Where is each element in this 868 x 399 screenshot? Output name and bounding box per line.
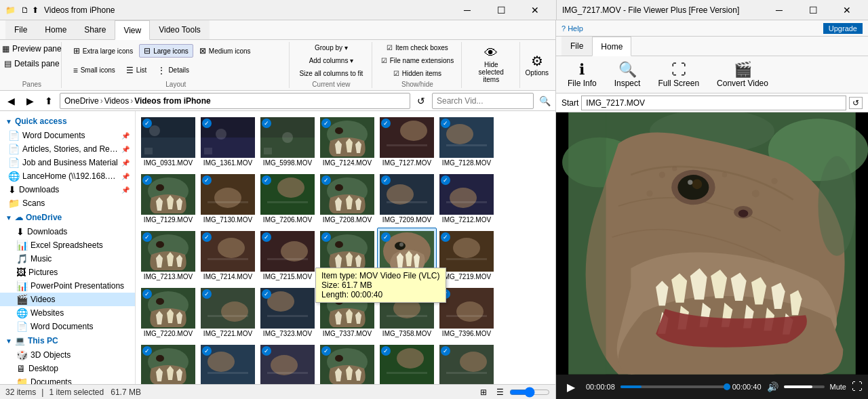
file-item[interactable]: ✓ IMG_7127.MOV <box>377 114 437 171</box>
tab-video-tools[interactable]: Video Tools <box>150 20 210 39</box>
refresh-button[interactable]: ↺ <box>413 93 429 109</box>
size-all-btn[interactable]: Size all columns to fit <box>294 68 368 79</box>
fullscreen-button[interactable]: ⛶ <box>852 381 863 393</box>
file-item[interactable]: ✓ IMG_7128.MOV <box>437 114 496 171</box>
tb-new-folder[interactable]: 🗋 <box>21 5 29 15</box>
file-item[interactable]: ✓ IMG_1361.MOV <box>198 114 258 171</box>
add-columns-btn[interactable]: Add columns ▾ <box>304 55 359 66</box>
file-item[interactable]: ✓ IMG_7212.MOV <box>437 171 496 228</box>
viewer-tab-file[interactable]: File <box>561 37 592 56</box>
volume-icon[interactable]: 🔊 <box>767 381 778 392</box>
file-item[interactable]: ✓ IMG_7444.MOV <box>437 341 496 384</box>
file-item[interactable]: ✓ IMG_7439.MOV <box>198 341 258 384</box>
hide-selected-btn[interactable]: 👁 Hide selected items <box>469 43 514 85</box>
address-path[interactable]: OneDrive › Videos › Videos from iPhone <box>60 93 410 109</box>
search-button[interactable]: 🔍 <box>536 93 553 109</box>
mute-button[interactable]: Mute <box>830 383 846 391</box>
sidebar-item-od-downloads[interactable]: ⬇ Downloads <box>0 225 135 238</box>
forward-button[interactable]: ▶ <box>22 93 38 109</box>
tab-view[interactable]: View <box>115 20 150 40</box>
path-folder[interactable]: Videos from iPhone <box>134 96 210 106</box>
options-btn[interactable]: ⚙ Options <box>522 51 552 79</box>
onedrive-section[interactable]: ▼ ☁ OneDrive <box>0 210 135 225</box>
viewer-close-button[interactable]: ✕ <box>831 0 863 20</box>
quick-access-section[interactable]: ▼ Quick access <box>0 114 135 129</box>
tab-file[interactable]: File <box>5 20 36 39</box>
file-item[interactable]: ✓ IMG_7130.MOV <box>198 171 258 228</box>
file-item[interactable]: ✓ IMG_7209.MOV <box>377 171 437 228</box>
this-pc-section[interactable]: ▼ 💻 This PC <box>0 333 135 348</box>
file-item[interactable]: ✓ IMG_7397.MOV <box>138 341 198 384</box>
file-ext-btn[interactable]: ☑ File name extensions <box>376 55 459 66</box>
file-item[interactable]: ✓ IMG_7124.MOV <box>317 114 377 171</box>
file-item[interactable]: ✓ IMG_7323.MOV <box>258 285 317 341</box>
item-check-btn[interactable]: ☑ Item check boxes <box>382 42 453 54</box>
group-by-btn[interactable]: Group by ▾ <box>310 42 353 54</box>
minimize-button[interactable]: ─ <box>452 0 483 20</box>
sidebar-item-scans[interactable]: 📁 Scans <box>0 196 135 210</box>
tab-share[interactable]: Share <box>75 20 115 39</box>
small-icons-btn[interactable]: ≡ Small icons <box>68 64 120 77</box>
sidebar-item-3d[interactable]: 🎲 3D Objects <box>0 348 135 362</box>
file-item[interactable]: ✓ IMG_7442.MOV <box>377 341 437 384</box>
tb-up[interactable]: ⬆ <box>32 5 39 15</box>
list-btn[interactable]: ☰ List <box>121 64 152 77</box>
inspect-btn[interactable]: 🔍 Inspect <box>608 59 647 90</box>
sidebar-item-articles[interactable]: 📄 Articles, Stories, and Reviews 📌 <box>0 142 135 156</box>
path-onedrive[interactable]: OneDrive <box>64 96 99 106</box>
maximize-button[interactable]: ☐ <box>486 0 517 20</box>
viewer-maximize-button[interactable]: ☐ <box>797 0 829 20</box>
help-link[interactable]: ? Help <box>561 24 583 33</box>
list-view-btn[interactable]: ☰ <box>493 385 507 399</box>
file-item[interactable]: ✓ IMG_7220.MOV <box>138 285 198 341</box>
details-btn[interactable]: ⋮ Details <box>153 64 194 77</box>
file-item[interactable]: ✓ IMG_5998.MOV <box>258 114 317 171</box>
sidebar-item-desktop[interactable]: 🖥 Desktop <box>0 362 135 375</box>
sidebar-item-downloads[interactable]: ⬇ Downloads 📌 <box>0 183 135 196</box>
sidebar-item-websites[interactable]: 🌐 Websites <box>0 306 135 320</box>
sidebar-item-pictures[interactable]: 🖼 Pictures <box>0 266 135 279</box>
file-item[interactable]: ✓ IMG_7440.MOV <box>258 341 317 384</box>
extra-large-btn[interactable]: ⊞ Extra large icons <box>68 44 138 58</box>
sidebar-item-word-docs2[interactable]: 📄 Word Documents <box>0 320 135 333</box>
sidebar-item-job[interactable]: 📄 Job and Business Material 📌 <box>0 156 135 169</box>
file-item[interactable]: ✓ IMG_7129.MOV <box>138 171 198 228</box>
viewer-minimize-button[interactable]: ─ <box>764 0 795 20</box>
file-info-btn[interactable]: ℹ File Info <box>561 59 603 90</box>
file-item[interactable]: ✓ IMG_0931.MOV <box>138 114 198 171</box>
path-videos[interactable]: Videos <box>104 96 129 106</box>
file-item[interactable]: ✓ IMG_7214.MOV <box>198 228 258 285</box>
search-input[interactable] <box>432 93 534 109</box>
upgrade-button[interactable]: Upgrade <box>823 23 863 34</box>
play-button[interactable]: ▶ <box>561 377 580 396</box>
full-screen-btn[interactable]: ⛶ Full Screen <box>652 59 705 90</box>
close-button[interactable]: ✕ <box>519 0 551 20</box>
back-button[interactable]: ◀ <box>3 93 19 109</box>
convert-video-btn[interactable]: 🎬 Convert Video <box>711 59 774 90</box>
volume-bar[interactable] <box>784 385 825 388</box>
viewer-reload-btn[interactable]: ↺ <box>849 97 863 109</box>
file-item[interactable]: ✓ IMG_7221.MOV <box>198 285 258 341</box>
sidebar-item-documents[interactable]: 📁 Documents <box>0 375 135 384</box>
sidebar-item-excel[interactable]: 📊 Excel Spreadsheets <box>0 238 135 252</box>
sidebar-item-powerpoint[interactable]: 📊 PowerPoint Presentations <box>0 279 135 293</box>
file-item[interactable]: ✓ IMG_7441.MOV <box>317 341 377 384</box>
details-pane-btn[interactable]: ▤ Details pane <box>0 57 64 70</box>
medium-icons-btn[interactable]: ⊠ Medium icons <box>195 44 256 58</box>
sidebar-item-lance-home[interactable]: 🌐 LanceHome (\\192.168.1.31) (L:) 📌 <box>0 169 135 183</box>
large-icons-btn[interactable]: ⊟ Large icons <box>139 44 193 58</box>
sidebar-item-word-docs[interactable]: 📄 Word Documents 📌 <box>0 129 135 142</box>
file-item[interactable]: ✓ IMG_7206.MOV <box>258 171 317 228</box>
zoom-slider[interactable] <box>509 385 550 399</box>
hidden-items-btn[interactable]: ☑ Hidden items <box>389 68 446 79</box>
preview-pane-btn[interactable]: ▦ Preview pane <box>0 42 66 56</box>
file-item[interactable]: ✓ IMG_7208.MOV <box>317 171 377 228</box>
progress-bar[interactable] <box>620 385 727 388</box>
tab-home[interactable]: Home <box>36 20 75 39</box>
viewer-tab-home[interactable]: Home <box>592 37 631 56</box>
file-item[interactable]: ✓ IMG_7215.MOV <box>258 228 317 285</box>
sidebar-item-videos[interactable]: 🎬 Videos <box>0 293 135 306</box>
viewer-filename-input[interactable] <box>581 96 846 110</box>
sidebar-item-music[interactable]: 🎵 Music <box>0 252 135 266</box>
grid-view-btn[interactable]: ⊞ <box>477 385 490 399</box>
